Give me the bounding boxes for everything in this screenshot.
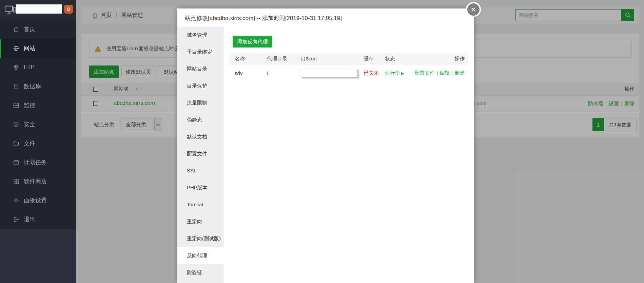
sidebar-item-label: 退出 [24,215,35,223]
sidebar-item-label: 面板设置 [24,196,47,204]
sidebar-item-label: 软件商店 [24,177,47,185]
edit-link[interactable]: 编辑 [440,70,450,76]
logout-icon [13,216,19,223]
logo-image [16,4,62,14]
config-file-link[interactable]: 配置文件 [414,70,435,76]
sidebar-item-home[interactable]: 首页 [0,20,76,39]
tab-hotlink-protect[interactable]: 防盗链 [177,264,224,281]
sidebar-item-settings[interactable]: 面板设置 [0,191,76,210]
sidebar-item-website[interactable]: 网站 [0,39,76,58]
tab-default-doc[interactable]: 默认文档 [177,128,224,145]
tab-reverse-proxy[interactable]: 反向代理 [177,247,224,264]
column-operations: 操作 [414,56,465,62]
proxy-dir: / [267,70,301,76]
notification-badge[interactable]: 0 [64,5,73,14]
row-operations: 配置文件|编辑|删除 [414,70,465,76]
modal-title: 站点修改[abcdha.xirrs.com] -- 添加时间[2019-10-3… [177,8,474,26]
tab-traffic-limit[interactable]: 流量限制 [177,94,224,111]
sidebar-item-label: 文件 [24,139,35,147]
tab-ssl[interactable]: SSL [177,162,224,179]
folder-icon [13,140,19,147]
target-url-cell [301,69,364,77]
column-proxy-dir: 代理目录 [267,56,301,62]
sidebar-item-label: 计划任务 [24,158,47,166]
column-name: 名称 [235,56,267,62]
tab-redirect-beta[interactable]: 重定向(测试版) [177,230,224,247]
proxy-table: 名称 代理目录 目标url 缓存 状态 操作 sdv / 已关闭 运行中▶ 配置… [229,53,468,81]
sidebar-item-appstore[interactable]: 软件商店 [0,172,76,191]
tab-redirect[interactable]: 重定向 [177,213,224,230]
cache-status[interactable]: 已关闭 [364,70,385,76]
run-status-label: 运行中 [385,70,400,76]
sidebar-menu: 首页 网站 FTP 数据库 监控 安全 文件 计划任务 [0,20,76,229]
tab-subdir-bind[interactable]: 子目录绑定 [177,43,224,60]
proxy-name: sdv [235,70,267,76]
tab-config-file[interactable]: 配置文件 [177,145,224,162]
separator: | [436,70,438,76]
tab-tomcat[interactable]: Tomcat [177,196,224,213]
reverse-proxy-panel: 添加反向代理 名称 代理目录 目标url 缓存 状态 操作 sdv / 已关闭 … [224,26,474,283]
globe-icon [13,45,19,52]
monitor-icon [4,4,16,15]
close-icon [471,7,476,12]
sidebar-item-cron[interactable]: 计划任务 [0,153,76,172]
calendar-icon [13,159,19,166]
monitor-chart-icon [13,102,19,109]
logo-strip: 0 [0,0,76,20]
column-status: 状态 [385,56,414,62]
tab-dir-protect[interactable]: 目录保护 [177,77,224,94]
modal-close-button[interactable] [466,2,481,17]
column-target-url: 目标url [301,56,364,62]
home-icon [13,26,19,33]
sidebar-item-logout[interactable]: 退出 [0,210,76,229]
sidebar: 0 首页 网站 FTP 数据库 监控 安全 文件 [0,0,76,283]
tab-domain-manage[interactable]: 域名管理 [177,26,224,43]
tab-php-version[interactable]: PHP版本 [177,179,224,196]
separator: | [451,70,453,76]
sidebar-item-label: FTP [24,64,35,71]
delete-link[interactable]: 删除 [454,70,465,76]
sidebar-footer: + [0,229,76,283]
sidebar-item-label: 监控 [24,101,35,109]
sidebar-item-label: 首页 [24,25,35,33]
target-url-input[interactable] [301,69,358,77]
site-modify-modal: 站点修改[abcdha.xirrs.com] -- 添加时间[2019-10-3… [177,8,474,283]
gear-icon [13,197,19,204]
run-status[interactable]: 运行中▶ [385,70,414,76]
proxy-table-header: 名称 代理目录 目标url 缓存 状态 操作 [229,53,468,65]
database-icon [13,83,19,90]
column-cache: 缓存 [364,56,385,62]
add-reverse-proxy-button[interactable]: 添加反向代理 [233,36,272,48]
sidebar-item-database[interactable]: 数据库 [0,77,76,96]
sidebar-item-label: 网站 [24,44,35,52]
shield-check-icon [13,121,19,128]
modal-tab-list: 域名管理 子目录绑定 网站目录 目录保护 流量限制 伪静态 默认文档 配置文件 … [177,26,224,283]
grid-icon [13,178,19,185]
sidebar-item-files[interactable]: 文件 [0,134,76,153]
play-icon: ▶ [401,71,404,76]
tab-rewrite[interactable]: 伪静态 [177,111,224,128]
ftp-icon [13,64,19,71]
sidebar-item-security[interactable]: 安全 [0,115,76,134]
tab-site-dir[interactable]: 网站目录 [177,60,224,77]
sidebar-item-label: 数据库 [24,82,41,90]
sidebar-item-ftp[interactable]: FTP [0,58,76,77]
sidebar-item-monitor[interactable]: 监控 [0,96,76,115]
table-row: sdv / 已关闭 运行中▶ 配置文件|编辑|删除 [229,65,468,81]
sidebar-item-label: 安全 [24,120,35,128]
